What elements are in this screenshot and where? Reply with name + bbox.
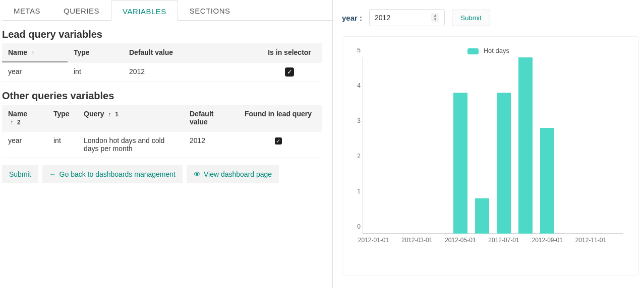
tab-metas[interactable]: METAS	[2, 0, 52, 20]
tab-queries[interactable]: QUERIES	[52, 0, 111, 20]
x-axis: 2012-01-012012-03-012012-05-012012-07-01…	[363, 234, 623, 249]
eye-icon: 👁	[194, 170, 201, 178]
bar-slot	[602, 57, 623, 234]
y-tick: 4	[357, 82, 361, 89]
button-row: Submit ← Go back to dashboards managemen…	[2, 165, 332, 183]
cell-found: ✓	[234, 131, 322, 158]
lead-title: Lead query variables	[2, 29, 332, 40]
year-value: 2012	[375, 14, 390, 22]
sort-asc-icon: ↑	[8, 119, 13, 126]
other-col-query[interactable]: Query ↑ 1	[78, 105, 184, 131]
cell-name: year	[2, 131, 47, 158]
bar	[540, 128, 554, 234]
col-label: Name	[8, 110, 27, 118]
y-tick: 3	[357, 117, 361, 124]
x-tick: 2012-03-01	[401, 237, 432, 244]
cell-name: year	[2, 62, 68, 82]
x-tick: 2012-09-01	[532, 237, 563, 244]
cell-default: 2012	[184, 131, 234, 158]
lead-col-type[interactable]: Type	[68, 43, 123, 62]
cell-type: int	[47, 131, 78, 158]
x-tick: 2012-01-01	[358, 237, 389, 244]
y-tick: 2	[357, 153, 361, 160]
tab-sections[interactable]: SECTIONS	[178, 0, 242, 20]
chart: Hot days 012345 2012-01-012012-03-012012…	[342, 36, 639, 275]
bar-slot	[428, 57, 449, 234]
bar	[497, 93, 511, 234]
legend-swatch	[467, 48, 479, 54]
submit-button[interactable]: Submit	[452, 10, 490, 26]
lead-col-selector[interactable]: Is in selector	[257, 43, 322, 62]
y-tick: 1	[357, 188, 361, 195]
control-row: year : 2012 ▲▼ Submit	[342, 9, 639, 26]
tab-variables[interactable]: VARIABLES	[111, 1, 178, 21]
x-tick: 2012-11-01	[575, 237, 606, 244]
cell-selector: ✓	[257, 62, 322, 82]
bar-slot	[384, 57, 406, 234]
bars	[363, 57, 623, 234]
submit-button[interactable]: Submit	[2, 165, 38, 183]
cell-default: 2012	[123, 62, 257, 82]
cell-type: int	[68, 62, 123, 82]
lead-col-name[interactable]: Name ↑	[2, 43, 68, 62]
bar-slot	[580, 57, 602, 234]
other-col-name[interactable]: Name ↑ 2	[2, 105, 47, 131]
sort-asc-icon: ↑	[106, 111, 111, 118]
lead-table: Name ↑ Type Default value Is in selector…	[2, 43, 322, 82]
arrow-left-icon: ←	[49, 170, 56, 178]
bar-slot	[363, 57, 384, 234]
x-tick: 2012-07-01	[488, 237, 519, 244]
bar	[475, 198, 489, 234]
other-table: Name ↑ 2 Type Query ↑ 1 Default value Fo…	[2, 105, 322, 158]
back-button[interactable]: ← Go back to dashboards management	[42, 165, 183, 183]
view-dashboard-button[interactable]: 👁 View dashboard page	[187, 165, 279, 183]
other-col-found[interactable]: Found in lead query	[234, 105, 322, 131]
button-label: Go back to dashboards management	[60, 170, 175, 178]
check-icon: ✓	[275, 137, 282, 145]
year-label: year :	[342, 14, 362, 22]
bar-slot	[449, 57, 471, 234]
col-label: Name	[8, 48, 27, 56]
legend: Hot days	[352, 47, 625, 54]
bar	[453, 93, 467, 234]
lead-col-default[interactable]: Default value	[123, 43, 257, 62]
legend-label: Hot days	[484, 47, 509, 54]
bar-slot	[558, 57, 580, 234]
table-row: year int 2012 ✓	[2, 62, 322, 82]
y-tick: 0	[357, 223, 361, 230]
sort-order: 2	[15, 119, 21, 126]
sort-order: 1	[113, 111, 119, 118]
spinner-icon[interactable]: ▲▼	[431, 13, 439, 22]
bar	[518, 57, 533, 234]
bar-slot	[493, 57, 514, 234]
bar-slot	[515, 57, 537, 234]
sort-asc-icon: ↑	[29, 49, 34, 56]
x-tick: 2012-05-01	[445, 237, 476, 244]
other-col-default[interactable]: Default value	[184, 105, 234, 131]
bar-slot	[537, 57, 558, 234]
bar-slot	[471, 57, 493, 234]
col-label: Query	[84, 110, 104, 118]
table-row: year int London hot days and cold days p…	[2, 131, 322, 158]
button-label: View dashboard page	[204, 170, 272, 178]
bar-slot	[406, 57, 428, 234]
plot-area: 012345	[363, 57, 623, 234]
other-col-type[interactable]: Type	[47, 105, 78, 131]
other-title: Other queries variables	[2, 90, 332, 102]
y-axis: 012345	[352, 57, 362, 234]
check-icon: ✓	[285, 67, 294, 77]
cell-query: London hot days and cold days per month	[78, 131, 184, 158]
year-input[interactable]: 2012 ▲▼	[369, 9, 445, 26]
tabs: METAS QUERIES VARIABLES SECTIONS	[2, 0, 332, 21]
y-tick: 5	[357, 47, 361, 54]
